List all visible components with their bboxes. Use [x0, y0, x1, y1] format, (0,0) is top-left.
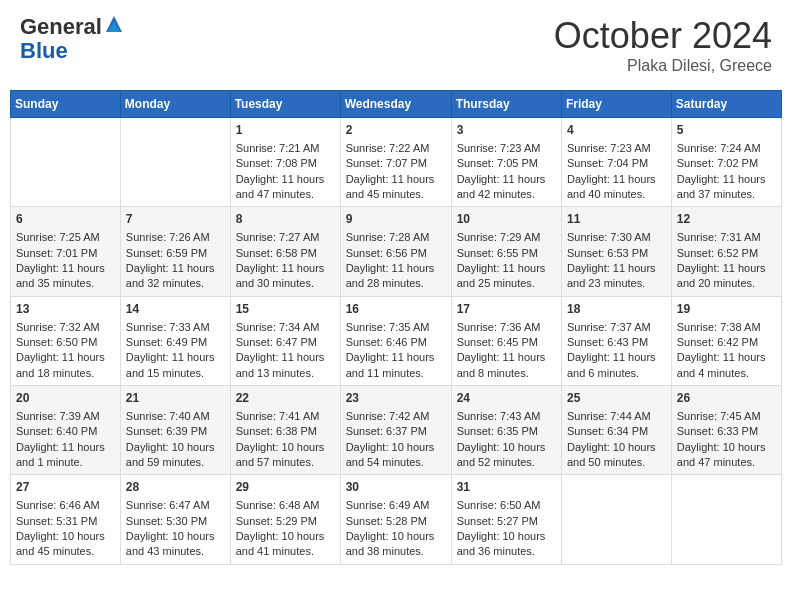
day-number: 13	[16, 301, 115, 318]
day-number: 24	[457, 390, 556, 407]
day-info: Sunset: 6:40 PM	[16, 424, 115, 439]
calendar-cell: 4Sunrise: 7:23 AMSunset: 7:04 PMDaylight…	[561, 118, 671, 207]
day-info: Sunset: 6:42 PM	[677, 335, 776, 350]
day-info: Sunrise: 7:31 AM	[677, 230, 776, 245]
calendar-cell: 9Sunrise: 7:28 AMSunset: 6:56 PMDaylight…	[340, 207, 451, 296]
day-info: Sunset: 6:55 PM	[457, 246, 556, 261]
day-info: Sunset: 6:56 PM	[346, 246, 446, 261]
calendar-cell	[11, 118, 121, 207]
week-row-1: 6Sunrise: 7:25 AMSunset: 7:01 PMDaylight…	[11, 207, 782, 296]
calendar-header: SundayMondayTuesdayWednesdayThursdayFrid…	[11, 91, 782, 118]
day-number: 16	[346, 301, 446, 318]
day-number: 3	[457, 122, 556, 139]
calendar-cell: 14Sunrise: 7:33 AMSunset: 6:49 PMDayligh…	[120, 296, 230, 385]
calendar-cell: 12Sunrise: 7:31 AMSunset: 6:52 PMDayligh…	[671, 207, 781, 296]
header-row: SundayMondayTuesdayWednesdayThursdayFrid…	[11, 91, 782, 118]
calendar-cell: 31Sunrise: 6:50 AMSunset: 5:27 PMDayligh…	[451, 475, 561, 564]
day-info: Daylight: 11 hours and 23 minutes.	[567, 261, 666, 292]
day-info: Sunrise: 7:44 AM	[567, 409, 666, 424]
day-number: 9	[346, 211, 446, 228]
day-info: Sunset: 5:31 PM	[16, 514, 115, 529]
day-number: 5	[677, 122, 776, 139]
day-header-saturday: Saturday	[671, 91, 781, 118]
day-number: 19	[677, 301, 776, 318]
day-number: 11	[567, 211, 666, 228]
calendar-cell: 26Sunrise: 7:45 AMSunset: 6:33 PMDayligh…	[671, 386, 781, 475]
day-info: Daylight: 11 hours and 20 minutes.	[677, 261, 776, 292]
day-info: Daylight: 11 hours and 45 minutes.	[346, 172, 446, 203]
day-info: Sunrise: 7:28 AM	[346, 230, 446, 245]
day-header-thursday: Thursday	[451, 91, 561, 118]
day-info: Daylight: 11 hours and 15 minutes.	[126, 350, 225, 381]
day-number: 14	[126, 301, 225, 318]
day-info: Sunset: 7:08 PM	[236, 156, 335, 171]
day-info: Daylight: 11 hours and 4 minutes.	[677, 350, 776, 381]
day-info: Sunrise: 6:49 AM	[346, 498, 446, 513]
day-info: Sunrise: 7:42 AM	[346, 409, 446, 424]
day-number: 29	[236, 479, 335, 496]
calendar-cell: 25Sunrise: 7:44 AMSunset: 6:34 PMDayligh…	[561, 386, 671, 475]
calendar-cell: 17Sunrise: 7:36 AMSunset: 6:45 PMDayligh…	[451, 296, 561, 385]
day-info: Sunrise: 7:27 AM	[236, 230, 335, 245]
calendar-cell: 22Sunrise: 7:41 AMSunset: 6:38 PMDayligh…	[230, 386, 340, 475]
logo: General Blue	[20, 15, 124, 63]
day-info: Sunrise: 7:38 AM	[677, 320, 776, 335]
day-number: 30	[346, 479, 446, 496]
day-info: Daylight: 11 hours and 40 minutes.	[567, 172, 666, 203]
day-header-monday: Monday	[120, 91, 230, 118]
calendar-cell: 11Sunrise: 7:30 AMSunset: 6:53 PMDayligh…	[561, 207, 671, 296]
day-info: Sunrise: 7:24 AM	[677, 141, 776, 156]
calendar-cell: 6Sunrise: 7:25 AMSunset: 7:01 PMDaylight…	[11, 207, 121, 296]
day-info: Daylight: 11 hours and 37 minutes.	[677, 172, 776, 203]
day-info: Sunset: 5:30 PM	[126, 514, 225, 529]
calendar-cell: 28Sunrise: 6:47 AMSunset: 5:30 PMDayligh…	[120, 475, 230, 564]
day-info: Sunrise: 7:33 AM	[126, 320, 225, 335]
calendar-cell: 24Sunrise: 7:43 AMSunset: 6:35 PMDayligh…	[451, 386, 561, 475]
day-number: 17	[457, 301, 556, 318]
day-info: Daylight: 10 hours and 54 minutes.	[346, 440, 446, 471]
day-info: Sunrise: 7:41 AM	[236, 409, 335, 424]
day-info: Daylight: 11 hours and 8 minutes.	[457, 350, 556, 381]
day-info: Daylight: 11 hours and 47 minutes.	[236, 172, 335, 203]
day-info: Sunset: 6:37 PM	[346, 424, 446, 439]
logo-blue: Blue	[20, 38, 68, 63]
calendar-cell: 30Sunrise: 6:49 AMSunset: 5:28 PMDayligh…	[340, 475, 451, 564]
day-info: Sunrise: 7:30 AM	[567, 230, 666, 245]
day-info: Sunrise: 7:43 AM	[457, 409, 556, 424]
day-info: Sunrise: 6:48 AM	[236, 498, 335, 513]
calendar-cell	[671, 475, 781, 564]
calendar-cell: 19Sunrise: 7:38 AMSunset: 6:42 PMDayligh…	[671, 296, 781, 385]
day-info: Sunset: 6:45 PM	[457, 335, 556, 350]
calendar-cell: 27Sunrise: 6:46 AMSunset: 5:31 PMDayligh…	[11, 475, 121, 564]
day-info: Sunrise: 7:37 AM	[567, 320, 666, 335]
calendar-cell: 16Sunrise: 7:35 AMSunset: 6:46 PMDayligh…	[340, 296, 451, 385]
day-info: Sunrise: 7:29 AM	[457, 230, 556, 245]
day-info: Sunset: 6:46 PM	[346, 335, 446, 350]
day-info: Daylight: 11 hours and 11 minutes.	[346, 350, 446, 381]
calendar-cell: 1Sunrise: 7:21 AMSunset: 7:08 PMDaylight…	[230, 118, 340, 207]
day-info: Daylight: 11 hours and 13 minutes.	[236, 350, 335, 381]
day-info: Sunrise: 7:40 AM	[126, 409, 225, 424]
calendar-cell: 15Sunrise: 7:34 AMSunset: 6:47 PMDayligh…	[230, 296, 340, 385]
day-info: Daylight: 11 hours and 28 minutes.	[346, 261, 446, 292]
calendar-cell: 20Sunrise: 7:39 AMSunset: 6:40 PMDayligh…	[11, 386, 121, 475]
day-number: 10	[457, 211, 556, 228]
day-info: Sunrise: 7:45 AM	[677, 409, 776, 424]
calendar-cell: 7Sunrise: 7:26 AMSunset: 6:59 PMDaylight…	[120, 207, 230, 296]
day-info: Daylight: 10 hours and 57 minutes.	[236, 440, 335, 471]
day-info: Daylight: 11 hours and 30 minutes.	[236, 261, 335, 292]
day-info: Sunrise: 7:36 AM	[457, 320, 556, 335]
day-number: 18	[567, 301, 666, 318]
title-block: October 2024 Plaka Dilesi, Greece	[554, 15, 772, 75]
day-info: Daylight: 10 hours and 47 minutes.	[677, 440, 776, 471]
day-info: Sunset: 7:05 PM	[457, 156, 556, 171]
day-info: Sunset: 5:27 PM	[457, 514, 556, 529]
day-info: Sunset: 6:39 PM	[126, 424, 225, 439]
calendar-cell	[120, 118, 230, 207]
day-header-sunday: Sunday	[11, 91, 121, 118]
day-number: 1	[236, 122, 335, 139]
day-info: Sunrise: 6:47 AM	[126, 498, 225, 513]
day-number: 23	[346, 390, 446, 407]
logo-text: General Blue	[20, 15, 124, 63]
day-info: Sunrise: 7:39 AM	[16, 409, 115, 424]
